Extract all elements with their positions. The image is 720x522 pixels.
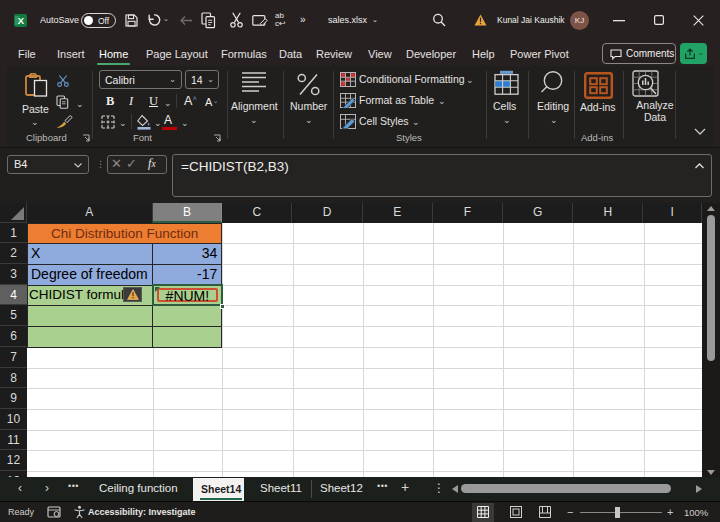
svg-text:X: X	[18, 15, 25, 26]
